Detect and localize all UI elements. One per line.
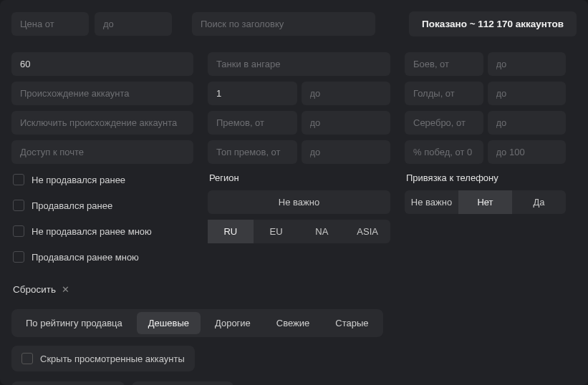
sort-by-rating[interactable]: По рейтингу продавца (14, 312, 134, 334)
checkbox-icon (13, 200, 24, 211)
hide-viewed-toggle[interactable]: Скрыть просмотренные аккаунты (11, 346, 195, 371)
gold-to-input[interactable] (488, 82, 567, 105)
price-to-input[interactable] (95, 12, 172, 36)
prem-to-input[interactable] (302, 111, 391, 135)
winrate-to-input[interactable] (488, 140, 567, 164)
check-sold-before[interactable]: Продавался ранее (11, 195, 193, 215)
battles-from-input[interactable] (405, 52, 483, 76)
silver-to-input[interactable] (488, 111, 567, 135)
region-any-option[interactable]: Не важно (208, 190, 390, 214)
hide-viewed-label: Скрыть просмотренные аккаунты (40, 354, 185, 364)
reset-button[interactable]: Сбросить ✕ (11, 284, 577, 295)
phone-binding-label: Привязка к телефону (405, 170, 566, 185)
battles-to-input[interactable] (488, 52, 567, 76)
top-prem-to-input[interactable] (302, 140, 391, 164)
checkbox-label: Продавался ранее мною (32, 252, 139, 263)
gold-from-input[interactable] (405, 82, 483, 105)
tanks-in-hangar-input[interactable] (208, 52, 390, 76)
region-asia-option[interactable]: ASIA (344, 220, 390, 243)
reset-label: Сбросить (13, 284, 56, 295)
bulk-buy-button[interactable]: Массовая покупка (132, 381, 233, 385)
region-label: Регион (208, 170, 390, 185)
region-na-option[interactable]: NA (299, 220, 345, 243)
checkbox-label: Продавался ранее (32, 200, 112, 211)
save-search-button[interactable]: Сохранить поиск (11, 381, 125, 385)
silver-from-input[interactable] (405, 111, 483, 135)
sort-expensive[interactable]: Дорогие (203, 312, 262, 334)
check-not-sold-before[interactable]: Не продавался ранее (11, 170, 193, 190)
tanks-to-input[interactable] (302, 82, 391, 105)
origin-input[interactable] (11, 82, 193, 105)
sort-old[interactable]: Старые (324, 312, 380, 334)
sort-cheap[interactable]: Дешевые (137, 312, 201, 334)
prem-from-input[interactable] (208, 111, 297, 135)
region-eu-option[interactable]: EU (254, 220, 299, 243)
top-prem-from-input[interactable] (208, 140, 297, 164)
mail-access-input[interactable] (11, 140, 193, 164)
close-icon: ✕ (62, 284, 69, 295)
phone-no-option[interactable]: Нет (458, 190, 512, 214)
checkbox-icon (13, 174, 24, 185)
winrate-from-input[interactable] (405, 140, 483, 164)
tanks-from-input[interactable] (208, 82, 297, 105)
checkbox-label: Не продавался ранее мною (32, 226, 152, 237)
checkbox-label: Не продавался ранее (32, 175, 125, 185)
sort-control: По рейтингу продавца Дешевые Дорогие Све… (11, 309, 383, 337)
region-ru-option[interactable]: RU (208, 220, 254, 243)
check-sold-by-me[interactable]: Продавался ранее мною (11, 247, 193, 267)
level-input[interactable] (11, 52, 193, 76)
checkbox-icon (13, 225, 24, 237)
checkbox-icon (21, 353, 33, 364)
results-count-badge: Показано ~ 112 170 аккаунтов (409, 11, 577, 36)
sort-fresh[interactable]: Свежие (265, 312, 321, 334)
phone-yes-option[interactable]: Да (512, 190, 566, 214)
checkbox-icon (13, 251, 24, 263)
exclude-origin-input[interactable] (11, 111, 193, 135)
check-not-sold-by-me[interactable]: Не продавался ранее мною (11, 221, 193, 241)
price-from-input[interactable] (11, 12, 89, 36)
phone-any-option[interactable]: Не важно (405, 190, 458, 214)
title-search-input[interactable] (192, 12, 375, 36)
